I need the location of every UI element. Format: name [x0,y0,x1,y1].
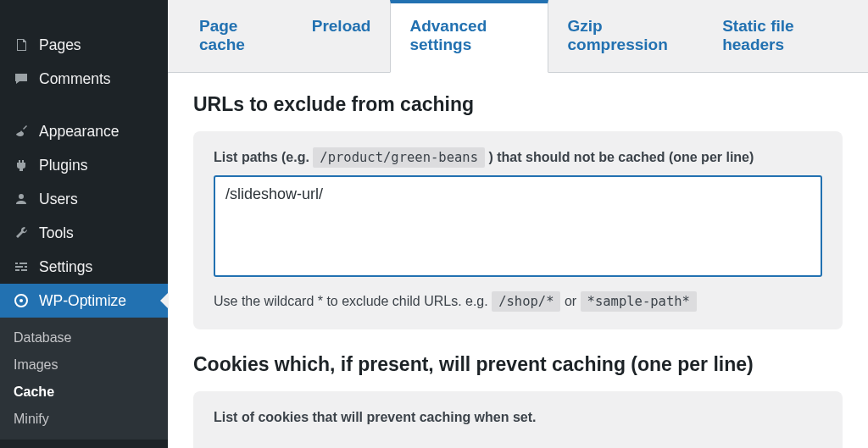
main-content: Page cache Preload Advanced settings Gzi… [168,0,868,448]
plug-icon [12,156,31,174]
tab-preload[interactable]: Preload [292,0,391,73]
sidebar-label: Settings [39,258,92,276]
exclude-urls-panel: List paths (e.g. /product/green-beans ) … [193,131,843,329]
sidebar-submenu: Database Images Cache Minify [0,318,168,440]
sidebar-label: Appearance [39,123,119,141]
submenu-images[interactable]: Images [0,351,168,379]
post-icon [12,8,31,26]
sidebar-label: Plugins [39,157,87,174]
wildcard-example-1: /shop/* [492,291,560,312]
hint-pre: Use the wildcard * to exclude child URLs… [214,294,492,308]
label-post: ) that should not be cached (one per lin… [488,150,754,164]
wildcard-hint: Use the wildcard * to exclude child URLs… [214,294,822,309]
tab-gzip[interactable]: Gzip compression [548,0,704,73]
sidebar-label: WP-Optimize [39,292,126,310]
sidebar-item-appearance[interactable]: Appearance [0,114,168,148]
sidebar-item-blank[interactable] [0,0,168,28]
sidebar-item-users[interactable]: Users [0,182,168,216]
hint-mid: or [565,294,581,308]
cookies-label: List of cookies that will prevent cachin… [214,410,822,425]
sidebar-label: Users [39,191,78,208]
sidebar-label: Comments [39,70,111,88]
submenu-database[interactable]: Database [0,324,168,351]
submenu-minify[interactable]: Minify [0,406,168,433]
exclude-urls-label: List paths (e.g. /product/green-beans ) … [214,150,822,165]
submenu-cache[interactable]: Cache [0,379,168,406]
sidebar-item-wpoptimize[interactable]: WP-Optimize [0,284,168,318]
tab-page-cache[interactable]: Page cache [180,0,292,73]
user-icon [12,190,31,208]
tab-bar: Page cache Preload Advanced settings Gzi… [168,0,868,73]
sidebar-item-tools[interactable]: Tools [0,216,168,250]
tab-content: URLs to exclude from caching List paths … [168,73,868,448]
exclude-urls-textarea[interactable] [214,175,822,277]
wildcard-example-2: *sample-path* [581,291,697,312]
admin-sidebar: Pages Comments Appearance Plugins Users … [0,0,168,448]
label-pre: List paths (e.g. [214,150,313,164]
section-title-urls: URLs to exclude from caching [193,93,843,116]
sidebar-item-settings[interactable]: Settings [0,250,168,284]
tab-advanced-settings[interactable]: Advanced settings [390,0,548,73]
pages-icon [12,36,31,54]
sidebar-label: Pages [39,36,81,54]
wrench-icon [12,224,31,242]
wpoptimize-icon [12,291,31,310]
comments-icon [12,69,31,88]
brush-icon [12,122,31,141]
sidebar-item-pages[interactable]: Pages [0,28,168,62]
cookies-panel: List of cookies that will prevent cachin… [193,391,843,448]
sidebar-item-plugins[interactable]: Plugins [0,148,168,182]
sidebar-label: Tools [39,224,74,242]
section-title-cookies: Cookies which, if present, will prevent … [193,353,843,376]
tab-static-headers[interactable]: Static file headers [703,0,856,73]
sliders-icon [12,257,31,276]
sidebar-item-comments[interactable]: Comments [0,62,168,96]
example-path-chip: /product/green-beans [313,147,485,168]
svg-point-1 [19,299,23,302]
